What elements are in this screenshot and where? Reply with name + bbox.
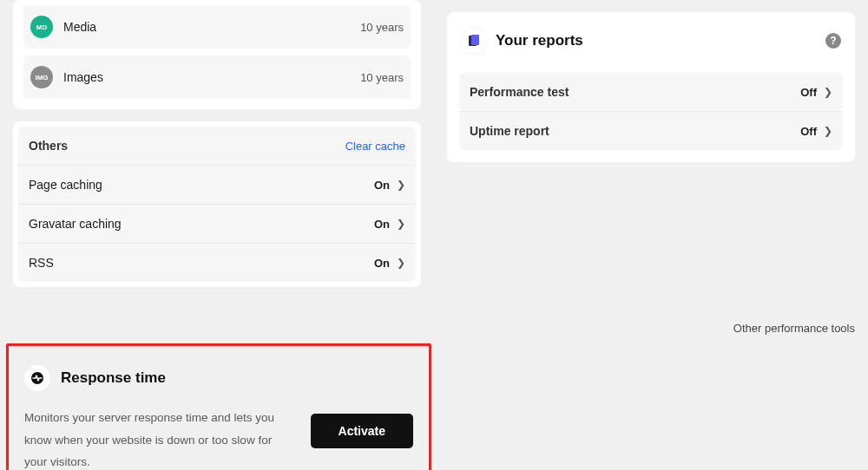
performance-test-label: Performance test xyxy=(470,85,800,99)
media-label: Media xyxy=(63,20,360,34)
setting-row-rss[interactable]: RSS On ❯ xyxy=(18,243,416,282)
reports-icon xyxy=(461,28,487,54)
uptime-report-value: Off xyxy=(800,125,817,138)
response-time-icon xyxy=(24,365,50,391)
media-value: 10 years xyxy=(360,21,404,34)
response-time-card: Response time Monitors your server respo… xyxy=(6,343,431,470)
chevron-right-icon: ❯ xyxy=(397,257,405,269)
page-caching-value: On xyxy=(374,179,390,192)
expiry-row-media: MD Media 10 years xyxy=(23,5,411,49)
svg-rect-1 xyxy=(471,35,479,45)
uptime-report-label: Uptime report xyxy=(470,124,800,138)
reports-header: Your reports ? xyxy=(459,24,843,57)
images-value: 10 years xyxy=(360,71,404,84)
chevron-right-icon: ❯ xyxy=(824,86,832,98)
report-row-uptime-report[interactable]: Uptime report Off ❯ xyxy=(459,111,843,150)
rss-value: On xyxy=(374,257,390,270)
response-header: Response time xyxy=(24,365,413,391)
setting-row-page-caching[interactable]: Page caching On ❯ xyxy=(18,165,416,204)
images-icon: IMG xyxy=(30,66,53,88)
other-performance-tools-label: Other performance tools xyxy=(0,287,868,343)
reports-title: Your reports xyxy=(496,32,825,49)
expiry-row-images: IMG Images 10 years xyxy=(23,55,411,99)
gravatar-caching-label: Gravatar caching xyxy=(29,217,374,231)
chevron-right-icon: ❯ xyxy=(397,218,405,230)
activate-button[interactable]: Activate xyxy=(311,414,413,448)
response-time-description: Monitors your server response time and l… xyxy=(24,407,288,470)
help-icon[interactable]: ? xyxy=(825,33,841,49)
chevron-right-icon: ❯ xyxy=(397,179,405,191)
clear-cache-link[interactable]: Clear cache xyxy=(345,140,405,153)
chevron-right-icon: ❯ xyxy=(824,125,832,137)
others-header: Others Clear cache xyxy=(18,127,416,165)
rss-label: RSS xyxy=(29,256,374,270)
media-icon: MD xyxy=(30,16,53,38)
gravatar-caching-value: On xyxy=(374,218,390,231)
report-row-performance-test[interactable]: Performance test Off ❯ xyxy=(459,73,843,111)
response-time-title: Response time xyxy=(61,369,166,387)
setting-row-gravatar-caching[interactable]: Gravatar caching On ❯ xyxy=(18,204,416,243)
reports-card: Your reports ? Performance test Off ❯ Up… xyxy=(447,12,855,162)
expiry-section: MD Media 10 years IMG Images 10 years xyxy=(13,0,421,109)
images-label: Images xyxy=(63,70,360,84)
page-caching-label: Page caching xyxy=(29,178,374,192)
performance-test-value: Off xyxy=(800,86,817,99)
others-title: Others xyxy=(29,139,345,153)
others-section: Others Clear cache Page caching On ❯ Gra… xyxy=(13,121,421,287)
